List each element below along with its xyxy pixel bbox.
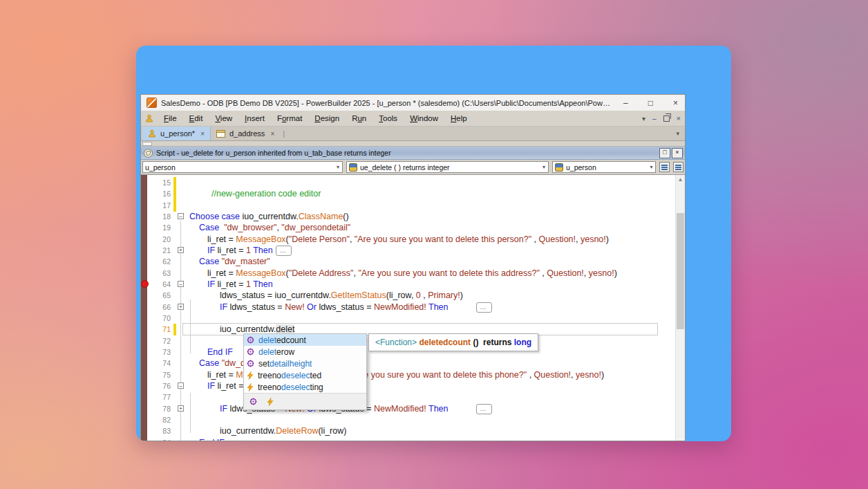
fold-marker[interactable]: – bbox=[178, 213, 184, 219]
breakpoint-dot[interactable] bbox=[141, 280, 149, 288]
code-segment: yesno! bbox=[576, 370, 601, 380]
toolbar-dropdown-icon[interactable]: ▾ bbox=[642, 115, 645, 122]
change-bar bbox=[173, 200, 176, 212]
code-line[interactable]: 74Case "dw_detail" bbox=[141, 358, 676, 369]
maximize-button[interactable]: □ bbox=[648, 99, 653, 107]
chevron-down-icon[interactable]: ▾ bbox=[335, 164, 341, 170]
tab-close-icon[interactable]: × bbox=[200, 130, 205, 138]
code-line[interactable]: 84End IF bbox=[141, 437, 676, 441]
close-button[interactable]: × bbox=[673, 99, 678, 107]
collapsed-code-box[interactable]: … bbox=[476, 302, 492, 313]
menu-item-format[interactable]: Format bbox=[271, 113, 308, 124]
code-line[interactable]: 19Case "dw_browser", "dw_persondetail" bbox=[141, 222, 676, 234]
match-segment: edcount bbox=[276, 335, 306, 345]
code-line[interactable]: 66+IF ldws_status = New! Or ldws_status … bbox=[141, 302, 676, 313]
menu-item-run[interactable]: Run bbox=[346, 113, 372, 124]
instance-selector-value: u_person bbox=[566, 163, 596, 172]
child-restore-icon[interactable] bbox=[663, 116, 670, 122]
code-line[interactable]: 63li_ret = MessageBox("Delete Address", … bbox=[141, 268, 676, 279]
tab-close-icon[interactable]: × bbox=[270, 130, 274, 138]
menu-item-window[interactable]: Window bbox=[404, 113, 444, 124]
code-line[interactable]: 18–Choose case iuo_currentdw.ClassName() bbox=[141, 211, 676, 223]
code-text: iuo_currentdw.DeleteRow(li_row) bbox=[220, 426, 346, 436]
fold-marker[interactable]: + bbox=[178, 304, 184, 310]
code-segment: "Are you sure you want to delete this pe… bbox=[355, 234, 531, 244]
script-close-button[interactable]: × bbox=[672, 148, 683, 158]
code-line[interactable]: 64–IF li_ret = 1 Then bbox=[141, 279, 676, 290]
scrollbar-thumb[interactable] bbox=[677, 213, 684, 329]
minimize-button[interactable]: – bbox=[623, 99, 628, 107]
script-maximize-button[interactable]: □ bbox=[659, 148, 670, 158]
fold-marker[interactable]: – bbox=[178, 281, 184, 287]
menu-item-file[interactable]: File bbox=[158, 113, 183, 124]
script-icon bbox=[144, 149, 153, 158]
autocomplete-item[interactable]: deleterow bbox=[244, 346, 366, 358]
code-line[interactable]: 65ldws_status = iuo_currentdw.GetItemSta… bbox=[141, 290, 676, 302]
code-line[interactable]: 77 bbox=[141, 391, 676, 403]
code-segment: Then bbox=[253, 279, 273, 289]
collapsed-code-box[interactable]: … bbox=[276, 246, 292, 256]
code-text: Case "dw_browser", "dw_persondetail" bbox=[199, 223, 350, 233]
child-close-button[interactable]: × bbox=[677, 114, 681, 122]
tooltip-segment: long bbox=[514, 338, 531, 347]
event-selector[interactable]: ue_delete ( ) returns integer ▾ bbox=[346, 161, 549, 173]
child-minimize-button[interactable]: – bbox=[652, 115, 657, 122]
code-line[interactable]: 78+IF ldws_status = New! Or ldws_status … bbox=[141, 403, 676, 415]
object-selector[interactable]: u_person ▾ bbox=[142, 161, 343, 173]
menu-item-tools[interactable]: Tools bbox=[372, 113, 404, 124]
vertical-scrollbar[interactable]: ▲ bbox=[675, 175, 685, 441]
code-line[interactable]: 21+IF li_ret = 1 Then… bbox=[141, 245, 676, 257]
autocomplete-item[interactable]: deletedcount bbox=[244, 334, 366, 346]
tab-u_person[interactable]: u_person*× bbox=[142, 127, 211, 140]
event-list-button[interactable] bbox=[659, 162, 670, 172]
line-number: 70 bbox=[148, 314, 171, 322]
autocomplete-item-label: treenodeselected bbox=[258, 371, 321, 380]
fold-marker[interactable]: + bbox=[178, 405, 184, 412]
tab-d_address[interactable]: d_address× bbox=[211, 127, 280, 140]
code-line[interactable]: 17 bbox=[141, 200, 676, 212]
code-segment: , bbox=[531, 234, 538, 244]
code-segment: iuo_currentdw. bbox=[220, 426, 276, 436]
scroll-up-icon[interactable]: ▲ bbox=[676, 176, 685, 183]
fold-marker[interactable]: – bbox=[178, 382, 184, 389]
menu-item-edit[interactable]: Edit bbox=[183, 113, 209, 124]
menu-item-design[interactable]: Design bbox=[308, 113, 346, 124]
declare-list-button[interactable] bbox=[673, 162, 683, 172]
code-text: li_ret = MessageBox("Delete Address", "A… bbox=[207, 268, 617, 279]
chevron-down-icon[interactable]: ▾ bbox=[541, 164, 547, 170]
code-editor[interactable]: 1516//new-generation code editor1718–Cho… bbox=[141, 175, 685, 441]
autocomplete-item-label: setdetailheight bbox=[258, 359, 312, 369]
tab-overflow-icon[interactable]: ▾ bbox=[676, 130, 679, 137]
code-line[interactable]: 76–IF li_ret = 1 Then bbox=[141, 380, 676, 392]
filter-event-bolt-icon[interactable] bbox=[267, 398, 274, 406]
code-segment: NewModified! bbox=[374, 404, 426, 414]
code-segment: Case bbox=[199, 358, 219, 368]
fold-marker[interactable]: + bbox=[178, 247, 184, 253]
method-gear-icon bbox=[247, 348, 254, 356]
autocomplete-item[interactable]: treenodeselected bbox=[244, 369, 366, 381]
autocomplete-item[interactable]: setdetailheight bbox=[244, 358, 366, 369]
instance-selector[interactable]: u_person ▾ bbox=[552, 161, 656, 173]
collapsed-code-box[interactable]: … bbox=[476, 404, 492, 414]
instance-icon bbox=[555, 163, 563, 172]
code-segment: Then bbox=[253, 246, 273, 255]
code-line[interactable]: 16//new-generation code editor bbox=[141, 188, 676, 200]
tab-label: u_person* bbox=[160, 129, 195, 138]
line-number: 65 bbox=[148, 291, 171, 299]
code-line[interactable]: 83iuo_currentdw.DeleteRow(li_row) bbox=[141, 425, 676, 437]
code-line[interactable]: 75li_ret = MessageBox("Delete Phone", "A… bbox=[141, 369, 676, 381]
menu-item-help[interactable]: Help bbox=[444, 113, 473, 124]
code-line[interactable]: 62Case "dw_master" bbox=[141, 256, 676, 268]
menu-item-insert[interactable]: Insert bbox=[238, 113, 271, 124]
code-segment: Primary! bbox=[428, 290, 460, 300]
code-line[interactable]: 15 bbox=[141, 177, 676, 189]
code-line[interactable]: 20li_ret = MessageBox("Delete Person", "… bbox=[141, 234, 676, 246]
splitter-handle[interactable] bbox=[142, 142, 152, 146]
filter-method-gear-icon[interactable] bbox=[249, 398, 257, 405]
chevron-down-icon[interactable]: ▾ bbox=[648, 164, 654, 170]
line-number: 66 bbox=[148, 303, 171, 311]
autocomplete-item[interactable]: treenodeselecting bbox=[244, 381, 366, 393]
code-line[interactable]: 82 bbox=[141, 414, 676, 426]
autocomplete-filter-bar bbox=[244, 393, 366, 409]
menu-item-view[interactable]: View bbox=[209, 113, 238, 124]
